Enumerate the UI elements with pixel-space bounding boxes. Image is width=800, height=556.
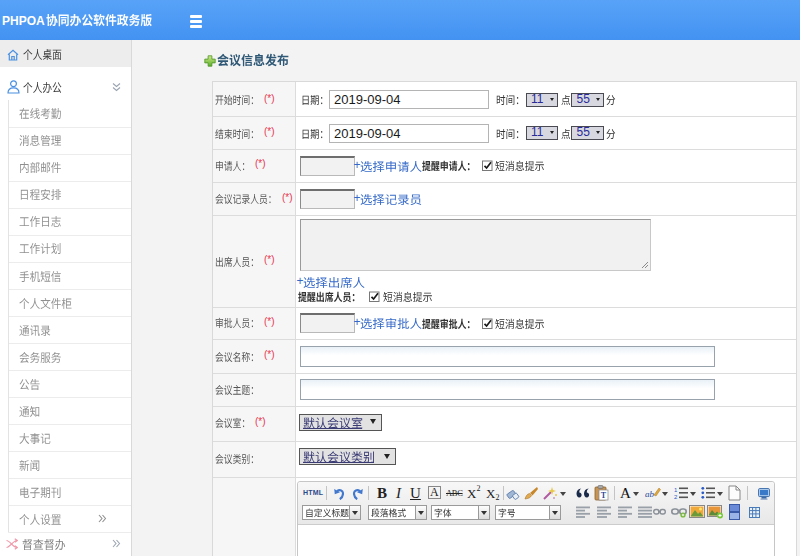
- svg-text:T: T: [601, 491, 607, 500]
- svg-text:ab: ab: [645, 489, 655, 499]
- svg-text:1: 1: [674, 487, 678, 493]
- svg-text:2: 2: [674, 494, 678, 500]
